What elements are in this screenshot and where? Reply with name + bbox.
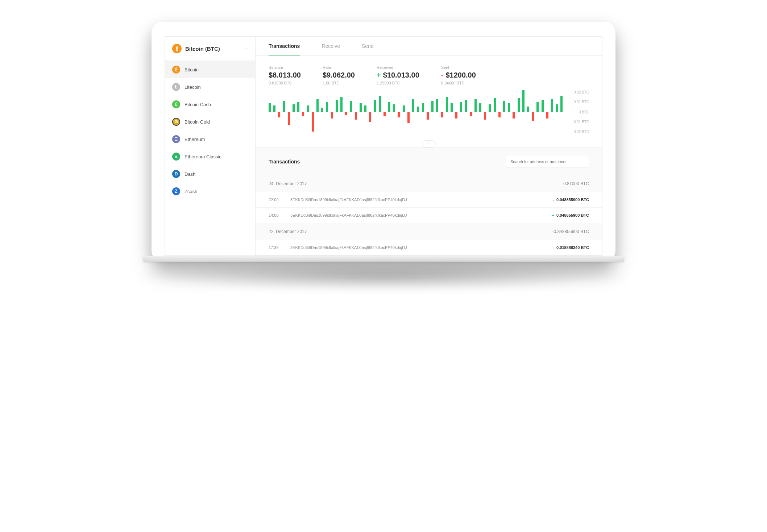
chart-bar bbox=[345, 90, 347, 134]
chart-bar bbox=[417, 90, 419, 134]
plus-icon: + bbox=[377, 71, 381, 79]
chart-bar bbox=[542, 90, 544, 134]
tab-transactions[interactable]: Transactions bbox=[269, 43, 300, 55]
chart-bar bbox=[336, 90, 338, 134]
chart-container: 0.02 BTC0.01 BTC0 BTC-0.01 BTC-0.02 BTC bbox=[256, 89, 602, 144]
chart-bar bbox=[494, 90, 496, 134]
chart-bar bbox=[446, 90, 448, 134]
chart-bar bbox=[355, 90, 357, 134]
chart-bar bbox=[393, 90, 395, 134]
device-frame: ₿ Bitcoin (BTC) ₿BitcoinŁLitecoin₿Bitcoi… bbox=[152, 22, 615, 262]
sidebar: ₿ Bitcoin (BTC) ₿BitcoinŁLitecoin₿Bitcoi… bbox=[165, 37, 256, 255]
chart-bar bbox=[422, 90, 424, 134]
chart-bar bbox=[489, 90, 491, 134]
stat-value: $9.062.00 bbox=[323, 71, 355, 79]
group-total: 0.81000 BTC bbox=[563, 181, 589, 186]
stat-rate: Rate $9.062.00 1.00 BTC bbox=[323, 65, 355, 85]
chart-bar bbox=[278, 90, 280, 134]
sidebar-item-ethereum[interactable]: ΞEthereum bbox=[165, 130, 255, 148]
stat-sub: 1.00 BTC bbox=[323, 81, 355, 85]
app-screen: ₿ Bitcoin (BTC) ₿BitcoinŁLitecoin₿Bitcoi… bbox=[165, 36, 602, 256]
coin-icon: Z bbox=[172, 187, 180, 195]
chart-bar bbox=[293, 90, 295, 134]
stat-sub: 0.81000 BTC bbox=[269, 81, 301, 85]
chart-bar bbox=[556, 90, 558, 134]
sidebar-item-bitcoin[interactable]: ₿Bitcoin bbox=[165, 61, 255, 78]
minus-icon: - bbox=[553, 245, 554, 250]
chart-bar bbox=[403, 90, 405, 134]
stat-label: Received bbox=[377, 65, 419, 70]
coin-label: Bitcoin Gold bbox=[185, 119, 210, 125]
chart-bar bbox=[379, 90, 381, 134]
chart-bar bbox=[498, 90, 501, 134]
tx-address: 3EKKDd3i9Das1899idkdkajFkAFKKADJasjf882f… bbox=[290, 245, 553, 250]
chart-bar bbox=[312, 90, 314, 134]
chart-bar bbox=[273, 90, 275, 134]
coin-label: Dash bbox=[185, 171, 195, 177]
chart-bar bbox=[455, 90, 457, 134]
search-input[interactable] bbox=[506, 156, 589, 167]
chart-bar bbox=[460, 90, 462, 134]
plus-icon: + bbox=[552, 213, 554, 217]
transactions-title: Transactions bbox=[269, 159, 300, 165]
sidebar-item-ethereum-classic[interactable]: ΞEthereum Classic bbox=[165, 148, 255, 165]
chart-bar bbox=[427, 90, 429, 134]
coin-icon: Ξ bbox=[172, 135, 180, 143]
stat-received: Received +$10.013.00 1.29000 BTC bbox=[377, 65, 419, 85]
tx-amount: + 0.048855900 BTC bbox=[552, 213, 589, 217]
sidebar-item-zcash[interactable]: ZZcash bbox=[165, 183, 255, 200]
coin-icon: D bbox=[172, 170, 180, 178]
group-total: -0.348855900 BTC bbox=[552, 229, 589, 234]
sidebar-item-litecoin[interactable]: ŁLitecoin bbox=[165, 78, 255, 96]
chart-bar bbox=[302, 90, 304, 134]
sidebar-item-bitcoin-gold[interactable]: GBitcoin Gold bbox=[165, 113, 255, 130]
chart-bar bbox=[283, 90, 285, 134]
sidebar-item-dash[interactable]: DDash bbox=[165, 165, 255, 183]
chart-tick: -0.01 BTC bbox=[569, 120, 589, 124]
chart-tick: -0.02 BTC bbox=[569, 130, 589, 134]
coin-label: Bitcoin bbox=[185, 67, 199, 72]
tx-time: 17:39 bbox=[269, 245, 290, 250]
coin-icon: G bbox=[172, 118, 180, 126]
group-date: 22. December 2017 bbox=[269, 229, 307, 234]
chart-bar bbox=[560, 90, 563, 134]
chart-bar bbox=[546, 90, 548, 134]
tab-receive[interactable]: Receive bbox=[322, 43, 340, 55]
chart-tick: 0.01 BTC bbox=[569, 100, 589, 104]
coin-icon: Ξ bbox=[172, 153, 180, 161]
chart-bar bbox=[384, 90, 386, 134]
stat-label: Rate bbox=[323, 65, 355, 70]
chart-bar bbox=[479, 90, 481, 134]
sidebar-item-bitcoin-cash[interactable]: ₿Bitcoin Cash bbox=[165, 96, 255, 113]
transaction-row[interactable]: 22:093EKKDd3i9Das1899idkdkajFkAFKKADJasj… bbox=[256, 192, 602, 208]
group-date: 24. December 2017 bbox=[269, 181, 307, 186]
tab-send[interactable]: Send bbox=[362, 43, 374, 55]
transaction-group-header: 24. December 20170.81000 BTC bbox=[256, 175, 602, 192]
collapse-chart-button[interactable] bbox=[422, 140, 436, 147]
bitcoin-icon: ₿ bbox=[172, 44, 182, 53]
chart-bar bbox=[532, 90, 534, 134]
chart-bar bbox=[316, 90, 319, 134]
chart-bar bbox=[527, 90, 529, 134]
chart-bar bbox=[369, 90, 371, 134]
coin-label: Litecoin bbox=[185, 84, 201, 90]
tx-time: 14:00 bbox=[269, 213, 290, 217]
transactions-section: Transactions 24. December 20170.81000 BT… bbox=[256, 147, 602, 255]
chart-bar bbox=[331, 90, 333, 134]
chart-bar bbox=[431, 90, 434, 134]
sidebar-selected-coin[interactable]: ₿ Bitcoin (BTC) bbox=[165, 37, 255, 61]
stat-sub: 0.34600 BTC bbox=[441, 81, 476, 85]
chart-bar bbox=[474, 90, 477, 134]
chart-bar bbox=[364, 90, 366, 134]
chart-bar bbox=[340, 90, 343, 134]
chart-bar bbox=[297, 90, 299, 134]
transaction-row[interactable]: 17:393EKKDd3i9Das1899idkdkajFkAFKKADJasj… bbox=[256, 240, 602, 255]
stat-label: Sent bbox=[441, 65, 476, 70]
chart-bar bbox=[536, 90, 539, 134]
chart-bar bbox=[484, 90, 486, 134]
minus-icon: - bbox=[553, 198, 554, 202]
chevron-up-icon bbox=[244, 45, 248, 52]
coin-icon: ₿ bbox=[172, 66, 180, 74]
coin-label: Ethereum Classic bbox=[185, 154, 221, 159]
transaction-row[interactable]: 14:003EKKDd3i9Das1899idkdkajFkAFKKADJasj… bbox=[256, 208, 602, 223]
